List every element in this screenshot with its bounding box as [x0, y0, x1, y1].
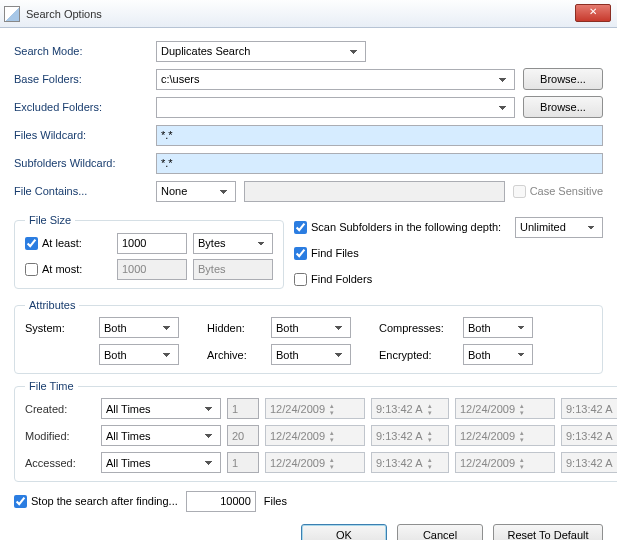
- created-label: Created:: [25, 403, 95, 415]
- find-files-label: Find Files: [311, 247, 359, 259]
- subfolders-wildcard-label: Subfolders Wildcard:: [14, 157, 156, 169]
- at-least-unit-combo[interactable]: Bytes: [193, 233, 273, 254]
- modified-date1-input: 12/24/2009▴▾: [265, 425, 365, 446]
- ok-button[interactable]: OK: [301, 524, 387, 540]
- compresses-label: Compresses:: [379, 322, 459, 334]
- close-button[interactable]: ✕: [575, 4, 611, 22]
- titlebar: Search Options ✕: [0, 0, 617, 28]
- encrypted-combo[interactable]: Both: [463, 344, 533, 365]
- attributes-group: Attributes System: Both Hidden: Both Com…: [14, 299, 603, 374]
- accessed-n-input: [227, 452, 259, 473]
- spin-down-icon: ▾: [327, 409, 337, 416]
- readonly-combo[interactable]: Both: [99, 344, 179, 365]
- system-combo[interactable]: Both: [99, 317, 179, 338]
- case-sensitive-checkbox[interactable]: Case Sensitive: [513, 185, 603, 198]
- at-least-input[interactable]: [25, 237, 38, 250]
- accessed-label: Accessed:: [25, 457, 95, 469]
- scan-options: Scan Subfolders in the following depth: …: [294, 208, 603, 293]
- modified-date2-input: 12/24/2009▴▾: [455, 425, 555, 446]
- stop-after-value-input[interactable]: [186, 491, 256, 512]
- reset-button[interactable]: Reset To Default: [493, 524, 603, 540]
- archive-label: Archive:: [207, 349, 267, 361]
- file-size-group: File Size At least: Bytes At most: Bytes: [14, 214, 284, 289]
- at-least-checkbox[interactable]: At least:: [25, 237, 117, 250]
- modified-n-input: [227, 425, 259, 446]
- stop-after-label: Stop the search after finding...: [31, 495, 178, 507]
- find-files-checkbox[interactable]: Find Files: [294, 247, 359, 260]
- file-contains-label: File Contains...: [14, 185, 156, 197]
- files-label: Files: [264, 495, 287, 507]
- modified-label: Modified:: [25, 430, 95, 442]
- app-icon: [4, 6, 20, 22]
- case-sensitive-label: Case Sensitive: [530, 185, 603, 197]
- at-most-input[interactable]: [25, 263, 38, 276]
- search-mode-combo[interactable]: Duplicates Search: [156, 41, 366, 62]
- scan-depth-combo[interactable]: Unlimited: [515, 217, 603, 238]
- cancel-button[interactable]: Cancel: [397, 524, 483, 540]
- at-least-value-input[interactable]: [117, 233, 187, 254]
- search-mode-label: Search Mode:: [14, 45, 156, 57]
- find-folders-label: Find Folders: [311, 273, 372, 285]
- accessed-time2-input: 9:13:42 A▴▾: [561, 452, 617, 473]
- find-folders-checkbox[interactable]: Find Folders: [294, 273, 372, 286]
- find-folders-input[interactable]: [294, 273, 307, 286]
- dialog-content: Search Mode: Duplicates Search Base Fold…: [0, 28, 617, 540]
- file-time-group: File Time Created: All Times 12/24/2009▴…: [14, 380, 617, 482]
- at-most-checkbox[interactable]: At most:: [25, 263, 117, 276]
- spin-up-icon: ▴: [327, 402, 337, 409]
- created-time1-input: 9:13:42 A▴▾: [371, 398, 449, 419]
- excluded-folders-label: Excluded Folders:: [14, 101, 156, 113]
- excluded-folders-combo[interactable]: [156, 97, 515, 118]
- stop-after-checkbox[interactable]: Stop the search after finding...: [14, 495, 178, 508]
- scan-depth-input[interactable]: [294, 221, 307, 234]
- at-most-unit-combo: Bytes: [193, 259, 273, 280]
- scan-depth-checkbox[interactable]: Scan Subfolders in the following depth:: [294, 221, 509, 234]
- modified-mode-combo[interactable]: All Times: [101, 425, 221, 446]
- hidden-combo[interactable]: Both: [271, 317, 351, 338]
- file-size-legend: File Size: [25, 214, 75, 226]
- accessed-mode-combo[interactable]: All Times: [101, 452, 221, 473]
- file-contains-mode-combo[interactable]: None: [156, 181, 236, 202]
- created-n-input: [227, 398, 259, 419]
- scan-depth-label: Scan Subfolders in the following depth:: [311, 221, 501, 233]
- compresses-combo[interactable]: Both: [463, 317, 533, 338]
- created-date2-input: 12/24/2009▴▾: [455, 398, 555, 419]
- archive-combo[interactable]: Both: [271, 344, 351, 365]
- files-wildcard-input[interactable]: [156, 125, 603, 146]
- base-folders-label: Base Folders:: [14, 73, 156, 85]
- file-contains-text-combo[interactable]: [244, 181, 505, 202]
- accessed-time1-input: 9:13:42 A▴▾: [371, 452, 449, 473]
- browse-excluded-button[interactable]: Browse...: [523, 96, 603, 118]
- modified-time2-input: 9:13:42 A▴▾: [561, 425, 617, 446]
- attributes-legend: Attributes: [25, 299, 79, 311]
- modified-time1-input: 9:13:42 A▴▾: [371, 425, 449, 446]
- at-most-value-input: [117, 259, 187, 280]
- file-time-legend: File Time: [25, 380, 78, 392]
- at-most-label: At most:: [42, 263, 82, 275]
- files-wildcard-label: Files Wildcard:: [14, 129, 156, 141]
- window-title: Search Options: [26, 8, 102, 20]
- accessed-date1-input: 12/24/2009▴▾: [265, 452, 365, 473]
- case-sensitive-input[interactable]: [513, 185, 526, 198]
- find-files-input[interactable]: [294, 247, 307, 260]
- created-date1-input: 12/24/2009▴▾: [265, 398, 365, 419]
- created-time2-input: 9:13:42 A▴▾: [561, 398, 617, 419]
- encrypted-label: Encrypted:: [379, 349, 459, 361]
- browse-base-button[interactable]: Browse...: [523, 68, 603, 90]
- subfolders-wildcard-input[interactable]: [156, 153, 603, 174]
- created-mode-combo[interactable]: All Times: [101, 398, 221, 419]
- base-folders-combo[interactable]: c:\users: [156, 69, 515, 90]
- hidden-label: Hidden:: [207, 322, 267, 334]
- system-label: System:: [25, 322, 95, 334]
- at-least-label: At least:: [42, 237, 82, 249]
- accessed-date2-input: 12/24/2009▴▾: [455, 452, 555, 473]
- stop-after-input[interactable]: [14, 495, 27, 508]
